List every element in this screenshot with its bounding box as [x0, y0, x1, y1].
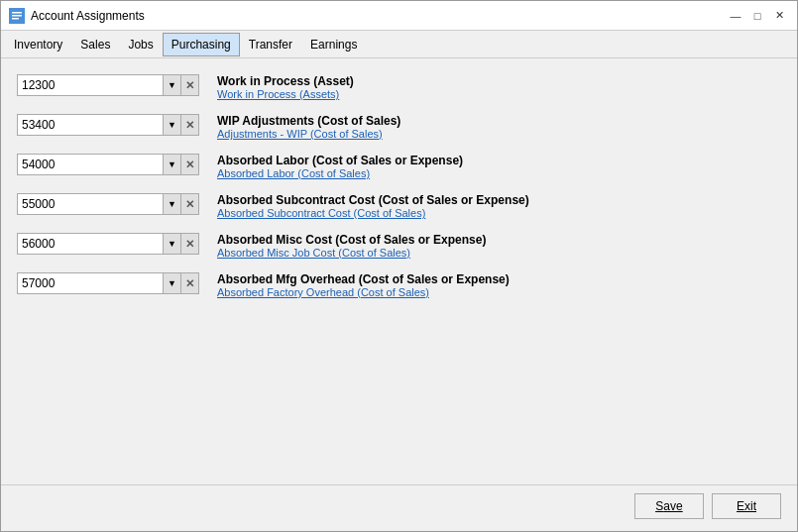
clear-btn-2[interactable]: ✕	[181, 154, 199, 175]
save-button[interactable]: Save	[634, 493, 704, 519]
field-group-2: ▼ ✕	[17, 154, 205, 175]
label-sub-1[interactable]: Adjustments - WIP (Cost of Sales)	[217, 128, 400, 140]
clear-btn-0[interactable]: ✕	[181, 74, 199, 96]
dropdown-btn-3[interactable]: ▼	[164, 193, 181, 215]
maximize-button[interactable]: □	[747, 6, 767, 26]
account-row-1: ▼ ✕ WIP Adjustments (Cost of Sales) Adju…	[17, 114, 781, 140]
account-input-0[interactable]	[17, 74, 164, 96]
dropdown-btn-4[interactable]: ▼	[164, 233, 181, 255]
minimize-button[interactable]: —	[726, 6, 745, 26]
dropdown-btn-5[interactable]: ▼	[164, 272, 181, 294]
clear-btn-3[interactable]: ✕	[181, 193, 199, 215]
dropdown-btn-1[interactable]: ▼	[164, 114, 181, 136]
clear-btn-5[interactable]: ✕	[181, 272, 199, 294]
content-area: ▼ ✕ Work in Process (Asset) Work in Proc…	[1, 58, 797, 484]
menu-item-sales[interactable]: Sales	[71, 33, 119, 56]
clear-btn-4[interactable]: ✕	[181, 233, 199, 255]
label-sub-5[interactable]: Absorbed Factory Overhead (Cost of Sales…	[217, 286, 510, 298]
label-sub-2[interactable]: Absorbed Labor (Cost of Sales)	[217, 167, 463, 179]
label-group-2: Absorbed Labor (Cost of Sales or Expense…	[217, 154, 463, 179]
label-group-5: Absorbed Mfg Overhead (Cost of Sales or …	[217, 272, 510, 298]
label-main-1: WIP Adjustments (Cost of Sales)	[217, 114, 400, 128]
exit-button[interactable]: Exit	[712, 493, 781, 519]
account-row-3: ▼ ✕ Absorbed Subcontract Cost (Cost of S…	[17, 193, 781, 219]
account-row-4: ▼ ✕ Absorbed Misc Cost (Cost of Sales or…	[17, 233, 781, 259]
label-group-3: Absorbed Subcontract Cost (Cost of Sales…	[217, 193, 529, 219]
menu-item-purchasing[interactable]: Purchasing	[163, 33, 240, 56]
field-group-3: ▼ ✕	[17, 193, 205, 215]
footer: Save Exit	[1, 484, 797, 531]
account-row-0: ▼ ✕ Work in Process (Asset) Work in Proc…	[17, 74, 781, 100]
label-group-0: Work in Process (Asset) Work in Process …	[217, 74, 354, 100]
close-button[interactable]: ✕	[769, 6, 789, 26]
account-input-1[interactable]	[17, 114, 164, 136]
clear-btn-1[interactable]: ✕	[181, 114, 199, 136]
label-main-2: Absorbed Labor (Cost of Sales or Expense…	[217, 154, 463, 167]
svg-rect-3	[12, 18, 19, 20]
account-row-2: ▼ ✕ Absorbed Labor (Cost of Sales or Exp…	[17, 154, 781, 179]
field-group-5: ▼ ✕	[17, 272, 205, 294]
svg-rect-1	[12, 12, 22, 14]
menu-item-jobs[interactable]: Jobs	[119, 33, 162, 56]
title-bar: Account Assignments — □ ✕	[1, 1, 797, 31]
label-main-3: Absorbed Subcontract Cost (Cost of Sales…	[217, 193, 529, 207]
field-group-0: ▼ ✕	[17, 74, 205, 96]
exit-label: Exit	[737, 499, 756, 513]
menu-item-transfer[interactable]: Transfer	[240, 33, 301, 56]
menu-item-earnings[interactable]: Earnings	[301, 33, 366, 56]
save-label: Save	[655, 499, 682, 513]
window-controls: — □ ✕	[726, 6, 789, 26]
main-window: Account Assignments — □ ✕ Inventory Sale…	[0, 0, 798, 532]
field-group-4: ▼ ✕	[17, 233, 205, 255]
label-group-1: WIP Adjustments (Cost of Sales) Adjustme…	[217, 114, 400, 140]
dropdown-btn-0[interactable]: ▼	[164, 74, 181, 96]
label-main-4: Absorbed Misc Cost (Cost of Sales or Exp…	[217, 233, 486, 247]
window-title: Account Assignments	[31, 9, 726, 23]
menu-bar: Inventory Sales Jobs Purchasing Transfer…	[1, 31, 797, 58]
menu-item-inventory[interactable]: Inventory	[5, 33, 71, 56]
account-input-3[interactable]	[17, 193, 164, 215]
label-sub-3[interactable]: Absorbed Subcontract Cost (Cost of Sales…	[217, 207, 529, 219]
app-icon	[9, 8, 25, 24]
label-sub-4[interactable]: Absorbed Misc Job Cost (Cost of Sales)	[217, 247, 486, 259]
label-main-5: Absorbed Mfg Overhead (Cost of Sales or …	[217, 272, 510, 286]
field-group-1: ▼ ✕	[17, 114, 205, 136]
account-input-4[interactable]	[17, 233, 164, 255]
dropdown-btn-2[interactable]: ▼	[164, 154, 181, 175]
account-row-5: ▼ ✕ Absorbed Mfg Overhead (Cost of Sales…	[17, 272, 781, 298]
svg-rect-2	[12, 15, 22, 17]
label-sub-0[interactable]: Work in Process (Assets)	[217, 88, 354, 100]
account-input-2[interactable]	[17, 154, 164, 175]
label-group-4: Absorbed Misc Cost (Cost of Sales or Exp…	[217, 233, 486, 259]
label-main-0: Work in Process (Asset)	[217, 74, 354, 88]
account-input-5[interactable]	[17, 272, 164, 294]
